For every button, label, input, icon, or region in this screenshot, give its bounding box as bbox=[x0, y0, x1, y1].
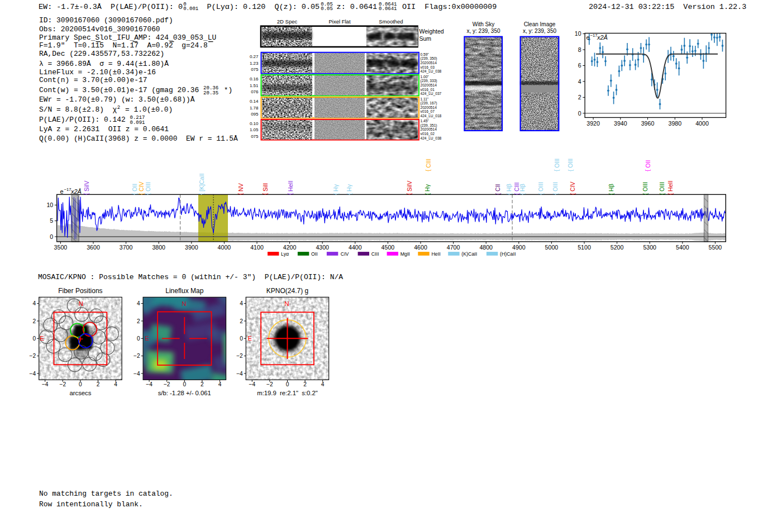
svg-text:MOSAIC/KPNO : Possible Matches: MOSAIC/KPNO : Possible Matches = 0 (with… bbox=[38, 273, 343, 281]
svg-text:EW: -1.7±-0.3Å P(LAE)/P(OII):: EW: -1.7±-0.3Å P(LAE)/P(OII): 0 bbox=[39, 3, 183, 11]
svg-text:Smoothed: Smoothed bbox=[379, 18, 403, 25]
svg-text:0: 0 bbox=[137, 336, 140, 342]
svg-text:095: 095 bbox=[251, 112, 259, 117]
svg-text:−4: −4 bbox=[249, 381, 255, 387]
svg-text:Pixel Flat: Pixel Flat bbox=[328, 18, 350, 25]
svg-text:With Sky: With Sky bbox=[473, 21, 494, 27]
svg-text:SiII: SiII bbox=[262, 183, 269, 191]
svg-text:−17: −17 bbox=[590, 33, 598, 38]
svg-text:Hγ: Hγ bbox=[424, 184, 431, 191]
svg-text:4: 4 bbox=[114, 381, 117, 387]
svg-text:x2Å: x2Å bbox=[70, 188, 82, 195]
svg-text:= 1.0(±0.0): = 1.0(±0.0) bbox=[121, 106, 173, 114]
svg-text:3800: 3800 bbox=[152, 244, 165, 251]
svg-text:3900: 3900 bbox=[185, 244, 198, 251]
svg-text:4: 4 bbox=[240, 300, 243, 306]
svg-text:4: 4 bbox=[218, 381, 222, 387]
svg-text:20.35: 20.35 bbox=[203, 90, 218, 96]
svg-text:CII: CII bbox=[494, 184, 501, 191]
svg-text:4000: 4000 bbox=[218, 244, 231, 251]
svg-text:2: 2 bbox=[117, 105, 120, 111]
svg-text:LineFlux = -2.10(±0.34)e-16: LineFlux = -2.10(±0.34)e-16 bbox=[39, 68, 156, 76]
svg-text:(H)CaII: (H)CaII bbox=[500, 251, 516, 257]
svg-text:−4: −4 bbox=[133, 371, 140, 377]
svg-text:0: 0 bbox=[33, 336, 36, 342]
svg-text:2: 2 bbox=[97, 381, 100, 387]
svg-text:arcsecs: arcsecs bbox=[69, 390, 91, 396]
svg-text:−2: −2 bbox=[30, 353, 36, 359]
svg-text:4700: 4700 bbox=[447, 244, 460, 251]
svg-text:N: N bbox=[79, 300, 83, 307]
svg-text:20200514: 20200514 bbox=[421, 61, 437, 65]
svg-text:Hβ: Hβ bbox=[608, 184, 614, 191]
svg-text:OIII: OIII bbox=[642, 182, 649, 191]
svg-text:CIV: CIV bbox=[569, 181, 576, 191]
svg-text:[K]CaII: [K]CaII bbox=[198, 174, 205, 191]
svg-text:4200: 4200 bbox=[283, 244, 297, 251]
svg-text:2: 2 bbox=[33, 318, 36, 324]
svg-text:SiIV: SiIV bbox=[406, 180, 413, 191]
svg-text:1.51: 1.51 bbox=[250, 83, 259, 88]
svg-text:0: 0 bbox=[79, 381, 82, 387]
svg-text:1.11": 1.11" bbox=[421, 97, 429, 101]
svg-text:OIII: OIII bbox=[552, 182, 559, 191]
svg-text:OII Flags:0x00000009: OII Flags:0x00000009 bbox=[402, 3, 497, 11]
svg-text:8: 8 bbox=[578, 46, 581, 53]
svg-text:Row intentionally blank.: Row intentionally blank. bbox=[39, 500, 143, 509]
svg-text:m:19.9 re:2.1" s:0.2": m:19.9 re:2.1" s:0.2" bbox=[257, 390, 318, 396]
svg-text:−17: −17 bbox=[64, 187, 71, 192]
svg-text:Lyα: Lyα bbox=[281, 251, 289, 257]
svg-text:0.001: 0.001 bbox=[183, 6, 198, 12]
svg-text:EWr = -1.70(±0.79) (w: 3.50(±0: EWr = -1.70(±0.79) (w: 3.50(±0.68))Å bbox=[39, 95, 195, 104]
svg-text:OIII: OIII bbox=[659, 182, 665, 191]
svg-text:z: 0.0641: z: 0.0641 bbox=[337, 3, 378, 11]
svg-text:OII: OII bbox=[645, 160, 651, 168]
svg-text:HeII: HeII bbox=[432, 251, 441, 257]
svg-text:4300: 4300 bbox=[316, 244, 329, 251]
svg-text:424_LU_038: 424_LU_038 bbox=[421, 136, 442, 141]
svg-text:Primary Spec_Slot_IFU_AMP: 424: Primary Spec_Slot_IFU_AMP: 424_039_053_L… bbox=[39, 33, 216, 42]
svg-text:4400: 4400 bbox=[349, 244, 362, 251]
svg-text:OIII: OIII bbox=[145, 182, 151, 191]
svg-text:075: 075 bbox=[251, 67, 259, 72]
svg-text:076: 076 bbox=[251, 89, 259, 94]
svg-text:LyA z = 2.2631 OII z = 0.0641: LyA z = 2.2631 OII z = 0.0641 bbox=[39, 125, 169, 133]
svg-text:Hβ: Hβ bbox=[519, 184, 526, 191]
svg-text:HeII: HeII bbox=[667, 181, 674, 191]
svg-text:−2: −2 bbox=[236, 353, 243, 359]
svg-text:2: 2 bbox=[201, 381, 204, 387]
svg-text:5400: 5400 bbox=[676, 244, 689, 251]
svg-text:x, y: 239, 350: x, y: 239, 350 bbox=[523, 28, 556, 34]
svg-text:0.10: 0.10 bbox=[250, 121, 259, 126]
svg-text:5: 5 bbox=[50, 217, 53, 224]
svg-text:e: e bbox=[586, 34, 590, 41]
svg-text:075: 075 bbox=[251, 134, 259, 139]
svg-text:−2: −2 bbox=[266, 381, 273, 387]
svg-text:4000: 4000 bbox=[695, 120, 709, 127]
svg-text:*): *) bbox=[220, 86, 232, 94]
svg-text:3600: 3600 bbox=[87, 244, 100, 251]
svg-text:OIII: OIII bbox=[537, 182, 544, 191]
svg-text:1.05: 1.05 bbox=[250, 127, 259, 132]
svg-text:0.59": 0.59" bbox=[421, 52, 430, 56]
svg-text:Cont(w) = 3.50(±0.01)e-17 (gma: Cont(w) = 3.50(±0.01)e-17 (gmag 20.36 bbox=[39, 86, 203, 94]
svg-text:RA,Dec (229.435577,53.732262): RA,Dec (229.435577,53.732262) bbox=[39, 50, 164, 58]
svg-text:s/b: -1.28 +/- 0.061: s/b: -1.28 +/- 0.061 bbox=[158, 390, 211, 396]
svg-text:−2: −2 bbox=[59, 381, 66, 387]
svg-text:5100: 5100 bbox=[578, 244, 591, 251]
svg-text:1.78: 1.78 bbox=[250, 106, 259, 111]
svg-text:N: N bbox=[182, 300, 186, 307]
svg-text:6: 6 bbox=[578, 62, 581, 69]
svg-text:OII: OII bbox=[311, 251, 318, 257]
svg-text:5000: 5000 bbox=[545, 244, 559, 251]
svg-text:P(LAE)/P(OII): 0.142: P(LAE)/P(OII): 0.142 bbox=[39, 116, 130, 124]
svg-text:3500: 3500 bbox=[54, 244, 68, 251]
svg-text:ID: 3090167060 (3090167060.pdf: ID: 3090167060 (3090167060.pdf) bbox=[39, 16, 173, 25]
svg-text:10: 10 bbox=[575, 30, 581, 37]
svg-text:−4: −4 bbox=[236, 371, 243, 377]
svg-text:0.0641: 0.0641 bbox=[379, 6, 397, 12]
svg-text:No matching targets in catalog: No matching targets in catalog. bbox=[39, 490, 173, 498]
svg-text:S/N = 8.8(±2.8) χ: S/N = 8.8(±2.8) χ bbox=[39, 106, 117, 114]
svg-text:NV: NV bbox=[237, 183, 244, 191]
svg-text:OII: OII bbox=[131, 184, 138, 191]
